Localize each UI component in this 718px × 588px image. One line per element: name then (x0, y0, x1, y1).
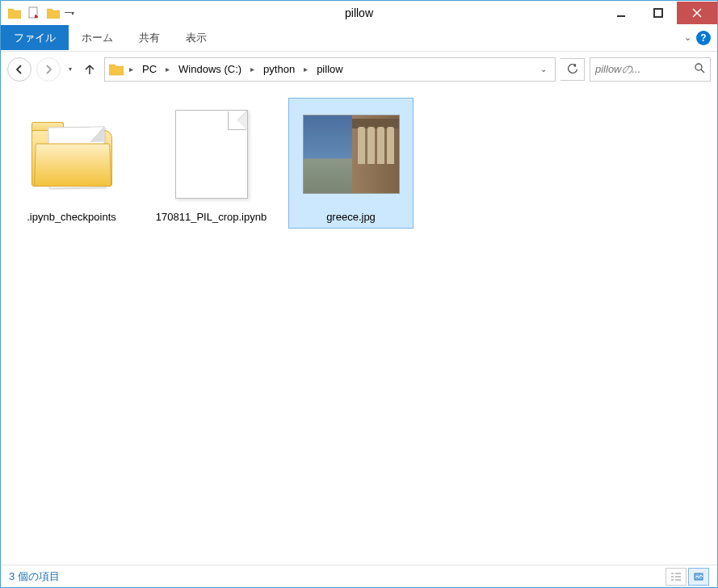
explorer-window: ▾ pillow ファイル ホーム 共有 表示 ⌄ ? (0, 0, 718, 588)
address-folder-icon (108, 61, 124, 78)
file-list[interactable]: .ipynb_checkpoints 170811_PIL_crop.ipynb (1, 86, 717, 565)
file-icon (163, 102, 260, 207)
close-button[interactable] (677, 2, 717, 24)
folder-icon (23, 102, 120, 207)
breadcrumb-sep-icon[interactable]: ▸ (162, 65, 173, 74)
breadcrumb-pc[interactable]: PC (138, 63, 161, 75)
list-item-image[interactable]: greece.jpg (288, 98, 414, 229)
item-label: greece.jpg (326, 210, 376, 225)
ribbon-tab-share[interactable]: 共有 (126, 25, 173, 50)
view-details-button[interactable] (666, 568, 687, 586)
window-title: pillow (345, 6, 373, 19)
up-button[interactable] (80, 60, 99, 79)
window-controls (603, 2, 717, 24)
ribbon-tab-view[interactable]: 表示 (173, 25, 220, 50)
address-dropdown-icon[interactable]: ⌄ (535, 65, 552, 74)
refresh-button[interactable] (561, 58, 585, 81)
svg-rect-2 (654, 9, 662, 17)
svg-rect-1 (617, 15, 625, 17)
breadcrumb-python[interactable]: python (259, 63, 299, 75)
breadcrumb-sep-icon[interactable]: ▸ (247, 65, 258, 74)
ribbon: ファイル ホーム 共有 表示 ⌄ ? (1, 25, 717, 51)
titlebar: ▾ pillow (1, 1, 717, 25)
item-label: .ipynb_checkpoints (27, 210, 116, 225)
ribbon-expand-icon[interactable]: ⌄ (684, 32, 691, 43)
folder-icon[interactable] (6, 4, 23, 22)
breadcrumb-sep-icon[interactable]: ▸ (300, 65, 311, 74)
search-box[interactable] (590, 57, 711, 82)
history-dropdown-icon[interactable]: ▾ (65, 65, 75, 73)
list-item-folder[interactable]: .ipynb_checkpoints (9, 98, 134, 229)
list-item-file[interactable]: 170811_PIL_crop.ipynb (149, 98, 274, 229)
search-input[interactable] (595, 63, 705, 75)
svg-point-3 (695, 64, 702, 70)
minimize-button[interactable] (603, 2, 640, 24)
image-thumbnail (303, 102, 400, 207)
ribbon-tab-home[interactable]: ホーム (69, 25, 126, 50)
search-icon[interactable] (694, 62, 705, 76)
statusbar: 3 個の項目 (1, 565, 717, 587)
forward-button[interactable] (36, 57, 61, 82)
breadcrumb-sep-icon[interactable]: ▸ (126, 65, 136, 74)
back-button[interactable] (7, 57, 31, 82)
new-folder-icon[interactable] (44, 4, 62, 22)
quick-access-toolbar: ▾ (1, 4, 75, 22)
view-thumbnails-button[interactable] (688, 568, 709, 586)
breadcrumb-pillow[interactable]: pillow (313, 63, 347, 75)
maximize-button[interactable] (640, 2, 677, 24)
item-label: 170811_PIL_crop.ipynb (156, 210, 267, 225)
qat-dropdown-icon[interactable]: ▾ (64, 4, 75, 22)
address-bar[interactable]: ▸ PC ▸ Windows (C:) ▸ python ▸ pillow ⌄ (104, 57, 556, 82)
ribbon-tab-file[interactable]: ファイル (1, 25, 69, 50)
properties-icon[interactable] (25, 4, 43, 22)
help-icon[interactable]: ? (696, 31, 711, 45)
navbar: ▾ ▸ PC ▸ Windows (C:) ▸ python ▸ pillow … (1, 51, 717, 86)
breadcrumb-drive[interactable]: Windows (C:) (174, 63, 246, 75)
status-text: 3 個の項目 (9, 569, 60, 584)
